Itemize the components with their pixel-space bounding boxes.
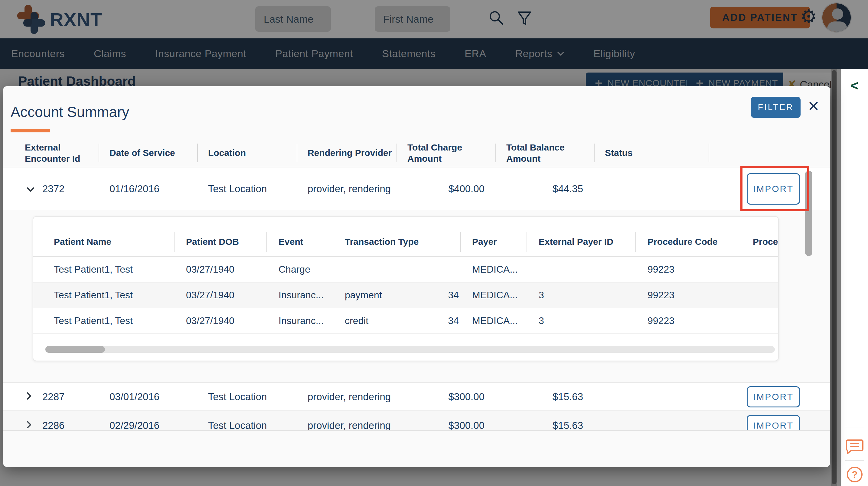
encounter-detail-card: Patient Name Patient DOB Event Transacti… [33, 216, 779, 361]
column-header: Payer [460, 227, 527, 256]
patient-name: Test Patient1, Test [33, 264, 174, 275]
import-button[interactable]: IMPORT [747, 415, 800, 430]
divider [845, 460, 864, 461]
encounter-id: 2287 [35, 391, 99, 402]
close-icon[interactable] [807, 98, 819, 115]
column-header: Rendering Provider [297, 139, 397, 167]
horizontal-scrollbar[interactable] [45, 346, 775, 353]
import-button[interactable]: IMPORT [747, 386, 800, 408]
date-of-service: 02/29/2016 [99, 420, 197, 430]
modal-backdrop [0, 0, 868, 69]
patient-dob: 03/27/1940 [174, 264, 267, 275]
event: Insuranc... [267, 315, 333, 326]
scroll-clip-region: 2286 02/29/2016 Test Location provider, … [3, 411, 830, 430]
right-sidebar [841, 69, 868, 486]
expand-chevron-icon[interactable] [13, 391, 35, 402]
location: Test Location [197, 391, 297, 402]
date-of-service: 01/16/2016 [99, 183, 197, 195]
transaction-row[interactable]: Test Patient1, Test 03/27/1940 Charge ME… [33, 257, 778, 283]
divider [3, 430, 830, 431]
column-header: Patient Name [33, 227, 174, 256]
total-balance-amount: $44.35 [495, 183, 594, 195]
column-header: Location [197, 139, 297, 167]
encounter-row-2372[interactable]: 2372 01/16/2016 Test Location provider, … [3, 167, 830, 210]
procedure-code: 99223 [636, 264, 741, 275]
payer: MEDICA... [460, 315, 527, 326]
column-header [441, 227, 460, 256]
column-header: Event [267, 227, 333, 256]
collapse-panel-chevron-icon[interactable] [851, 77, 859, 94]
event: Insuranc... [267, 290, 333, 301]
column-header: External Payer ID [527, 227, 636, 256]
title-accent-underline [10, 129, 50, 132]
detail-table-header: Patient Name Patient DOB Event Transacti… [33, 227, 778, 257]
column-header: Total Charge Amount [397, 139, 495, 167]
filter-button[interactable]: FILTER [751, 97, 801, 118]
external-payer-id: 3 [527, 315, 636, 326]
column-header: External Encounter Id [13, 139, 99, 167]
patient-dob: 03/27/1940 [174, 315, 267, 326]
location: Test Location [197, 183, 297, 195]
payer-number: 34 [441, 290, 460, 301]
transaction-type: credit [333, 315, 441, 326]
patient-name: Test Patient1, Test [33, 315, 174, 326]
chat-bubble-icon[interactable] [845, 438, 864, 456]
total-charge-amount: $300.00 [397, 391, 495, 402]
procedure-code: 99223 [636, 290, 741, 301]
column-header: Date of Service [99, 139, 197, 167]
column-header: Total Balance Amount [495, 139, 594, 167]
rendering-provider: provider, rendering [297, 420, 397, 430]
total-balance-amount: $15.63 [495, 391, 594, 402]
expand-chevron-icon[interactable] [13, 420, 35, 430]
rendering-provider: provider, rendering [297, 391, 397, 402]
column-header: Procedu [741, 227, 779, 256]
external-payer-id: 3 [527, 290, 636, 301]
encounter-id: 2372 [35, 183, 99, 195]
payer-number: 34 [441, 315, 460, 326]
procedure-code: 99223 [636, 315, 741, 326]
horizontal-scrollbar-thumb[interactable] [45, 346, 105, 353]
payer: MEDICA... [460, 290, 527, 301]
total-balance-amount: $15.63 [495, 420, 594, 430]
column-header: Status [594, 139, 709, 167]
transaction-row[interactable]: Test Patient1, Test 03/27/1940 Insuranc.… [33, 283, 778, 308]
total-charge-amount: $400.00 [397, 183, 495, 195]
column-header: Transaction Type [333, 227, 441, 256]
help-question-icon[interactable] [847, 467, 863, 482]
patient-name: Test Patient1, Test [33, 290, 174, 301]
collapse-chevron-icon[interactable] [13, 183, 35, 195]
transaction-type: payment [333, 290, 441, 301]
encounter-row-2287[interactable]: 2287 03/01/2016 Test Location provider, … [3, 382, 830, 411]
column-header-empty [709, 139, 812, 167]
payer: MEDICA... [460, 264, 527, 275]
account-summary-modal: Account Summary FILTER External Encounte… [3, 86, 830, 467]
event: Charge [267, 264, 333, 275]
modal-title: Account Summary [10, 104, 129, 120]
divider [845, 427, 864, 427]
column-header: Procedure Code [636, 227, 741, 256]
modal-scrollbar-thumb[interactable] [805, 171, 812, 256]
total-charge-amount: $300.00 [397, 420, 495, 430]
import-button[interactable]: IMPORT [747, 173, 800, 205]
transaction-row[interactable]: Test Patient1, Test 03/27/1940 Insuranc.… [33, 308, 778, 334]
encounters-table-header: External Encounter Id Date of Service Lo… [13, 139, 812, 167]
encounter-row-2286[interactable]: 2286 02/29/2016 Test Location provider, … [3, 411, 830, 430]
rendering-provider: provider, rendering [297, 183, 397, 195]
patient-dob: 03/27/1940 [174, 290, 267, 301]
date-of-service: 03/01/2016 [99, 391, 197, 402]
location: Test Location [197, 420, 297, 430]
encounter-id: 2286 [35, 420, 99, 430]
column-header: Patient DOB [174, 227, 267, 256]
